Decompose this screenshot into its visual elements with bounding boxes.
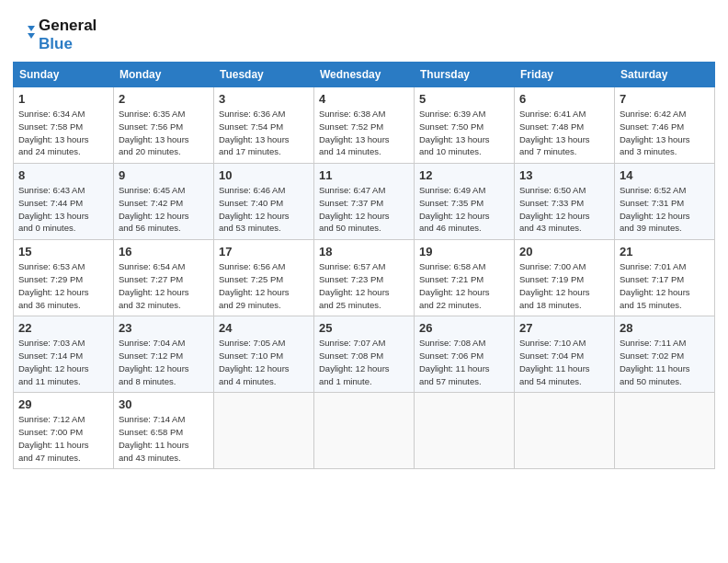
- day-info: Sunrise: 6:38 AM Sunset: 7:52 PM Dayligh…: [319, 108, 409, 158]
- calendar-cell: 20Sunrise: 7:00 AM Sunset: 7:19 PM Dayli…: [515, 240, 615, 316]
- day-number: 12: [419, 168, 509, 182]
- calendar-cell: 21Sunrise: 7:01 AM Sunset: 7:17 PM Dayli…: [615, 240, 715, 316]
- weekday-header-wednesday: Wednesday: [314, 63, 415, 87]
- day-info: Sunrise: 6:49 AM Sunset: 7:35 PM Dayligh…: [419, 184, 509, 235]
- day-number: 27: [519, 321, 609, 335]
- calendar-cell: 10Sunrise: 6:46 AM Sunset: 7:40 PM Dayli…: [214, 164, 314, 240]
- day-number: 26: [419, 321, 509, 335]
- weekday-header-sunday: Sunday: [14, 63, 114, 87]
- day-info: Sunrise: 6:57 AM Sunset: 7:23 PM Dayligh…: [319, 260, 409, 311]
- calendar-cell: 2Sunrise: 6:35 AM Sunset: 7:56 PM Daylig…: [114, 87, 214, 164]
- logo: General Blue: [18, 17, 97, 52]
- day-info: Sunrise: 7:10 AM Sunset: 7:04 PM Dayligh…: [519, 337, 609, 387]
- day-info: Sunrise: 6:35 AM Sunset: 7:56 PM Dayligh…: [119, 108, 209, 158]
- calendar-week-3: 15Sunrise: 6:53 AM Sunset: 7:29 PM Dayli…: [14, 240, 715, 316]
- calendar-cell: 7Sunrise: 6:42 AM Sunset: 7:46 PM Daylig…: [615, 87, 715, 164]
- weekday-header-monday: Monday: [114, 63, 214, 87]
- calendar-cell: 12Sunrise: 6:49 AM Sunset: 7:35 PM Dayli…: [415, 164, 515, 240]
- day-info: Sunrise: 7:01 AM Sunset: 7:17 PM Dayligh…: [620, 260, 710, 311]
- calendar-cell: 13Sunrise: 6:50 AM Sunset: 7:33 PM Dayli…: [515, 164, 615, 240]
- calendar-cell: 4Sunrise: 6:38 AM Sunset: 7:52 PM Daylig…: [314, 87, 415, 164]
- day-number: 29: [18, 397, 108, 411]
- day-number: 23: [119, 321, 209, 335]
- day-number: 15: [18, 245, 108, 259]
- day-number: 10: [219, 168, 309, 182]
- calendar-cell: 27Sunrise: 7:10 AM Sunset: 7:04 PM Dayli…: [515, 316, 615, 393]
- calendar-cell: 1Sunrise: 6:34 AM Sunset: 7:58 PM Daylig…: [14, 87, 114, 164]
- day-info: Sunrise: 7:07 AM Sunset: 7:08 PM Dayligh…: [319, 337, 409, 387]
- day-info: Sunrise: 6:58 AM Sunset: 7:21 PM Dayligh…: [419, 260, 509, 311]
- day-info: Sunrise: 6:43 AM Sunset: 7:44 PM Dayligh…: [18, 184, 108, 235]
- calendar-cell: 29Sunrise: 7:12 AM Sunset: 7:00 PM Dayli…: [14, 393, 114, 469]
- day-number: 11: [319, 168, 409, 182]
- day-number: 8: [18, 168, 108, 182]
- day-info: Sunrise: 7:04 AM Sunset: 7:12 PM Dayligh…: [119, 337, 209, 387]
- day-info: Sunrise: 7:11 AM Sunset: 7:02 PM Dayligh…: [620, 337, 710, 387]
- day-info: Sunrise: 6:46 AM Sunset: 7:40 PM Dayligh…: [219, 184, 309, 235]
- weekday-header-thursday: Thursday: [415, 63, 515, 87]
- calendar-cell: 6Sunrise: 6:41 AM Sunset: 7:48 PM Daylig…: [515, 87, 615, 164]
- calendar-cell: [615, 393, 715, 469]
- day-info: Sunrise: 7:08 AM Sunset: 7:06 PM Dayligh…: [419, 337, 509, 387]
- day-info: Sunrise: 6:54 AM Sunset: 7:27 PM Dayligh…: [119, 260, 209, 311]
- page-header: General Blue: [0, 0, 728, 62]
- day-number: 21: [620, 245, 710, 259]
- calendar-cell: [314, 393, 415, 469]
- calendar-cell: [515, 393, 615, 469]
- day-number: 20: [519, 245, 609, 259]
- day-number: 2: [119, 92, 209, 106]
- day-number: 17: [219, 245, 309, 259]
- calendar-cell: [214, 393, 314, 469]
- logo-container: General Blue: [18, 17, 97, 52]
- calendar-week-5: 29Sunrise: 7:12 AM Sunset: 7:00 PM Dayli…: [14, 393, 715, 469]
- day-number: 5: [419, 92, 509, 106]
- logo-bird-icon: [18, 22, 35, 48]
- day-info: Sunrise: 6:52 AM Sunset: 7:31 PM Dayligh…: [620, 184, 710, 235]
- calendar-cell: 28Sunrise: 7:11 AM Sunset: 7:02 PM Dayli…: [615, 316, 715, 393]
- logo-text: General Blue: [39, 17, 97, 52]
- day-info: Sunrise: 7:03 AM Sunset: 7:14 PM Dayligh…: [18, 337, 108, 387]
- day-info: Sunrise: 7:05 AM Sunset: 7:10 PM Dayligh…: [219, 337, 309, 387]
- day-number: 7: [620, 92, 710, 106]
- calendar-cell: 9Sunrise: 6:45 AM Sunset: 7:42 PM Daylig…: [114, 164, 214, 240]
- calendar-header-row: SundayMondayTuesdayWednesdayThursdayFrid…: [14, 63, 715, 87]
- svg-marker-1: [28, 33, 35, 39]
- day-number: 16: [119, 245, 209, 259]
- day-info: Sunrise: 6:39 AM Sunset: 7:50 PM Dayligh…: [419, 108, 509, 158]
- day-number: 13: [519, 168, 609, 182]
- day-number: 25: [319, 321, 409, 335]
- weekday-header-saturday: Saturday: [615, 63, 715, 87]
- calendar-cell: 19Sunrise: 6:58 AM Sunset: 7:21 PM Dayli…: [415, 240, 515, 316]
- day-info: Sunrise: 7:12 AM Sunset: 7:00 PM Dayligh…: [18, 413, 108, 464]
- day-info: Sunrise: 6:45 AM Sunset: 7:42 PM Dayligh…: [119, 184, 209, 235]
- day-info: Sunrise: 7:14 AM Sunset: 6:58 PM Dayligh…: [119, 413, 209, 464]
- day-info: Sunrise: 6:50 AM Sunset: 7:33 PM Dayligh…: [519, 184, 609, 235]
- calendar-week-2: 8Sunrise: 6:43 AM Sunset: 7:44 PM Daylig…: [14, 164, 715, 240]
- calendar-cell: 26Sunrise: 7:08 AM Sunset: 7:06 PM Dayli…: [415, 316, 515, 393]
- calendar-cell: 23Sunrise: 7:04 AM Sunset: 7:12 PM Dayli…: [114, 316, 214, 393]
- day-info: Sunrise: 6:34 AM Sunset: 7:58 PM Dayligh…: [18, 108, 108, 158]
- weekday-header-friday: Friday: [515, 63, 615, 87]
- calendar-cell: [415, 393, 515, 469]
- calendar-week-1: 1Sunrise: 6:34 AM Sunset: 7:58 PM Daylig…: [14, 87, 715, 164]
- day-number: 3: [219, 92, 309, 106]
- calendar-cell: 8Sunrise: 6:43 AM Sunset: 7:44 PM Daylig…: [14, 164, 114, 240]
- svg-marker-0: [28, 26, 35, 31]
- day-number: 1: [18, 92, 108, 106]
- day-info: Sunrise: 6:41 AM Sunset: 7:48 PM Dayligh…: [519, 108, 609, 158]
- day-info: Sunrise: 6:56 AM Sunset: 7:25 PM Dayligh…: [219, 260, 309, 311]
- day-number: 18: [319, 245, 409, 259]
- calendar-cell: 16Sunrise: 6:54 AM Sunset: 7:27 PM Dayli…: [114, 240, 214, 316]
- calendar-week-4: 22Sunrise: 7:03 AM Sunset: 7:14 PM Dayli…: [14, 316, 715, 393]
- calendar-body: 1Sunrise: 6:34 AM Sunset: 7:58 PM Daylig…: [14, 87, 715, 469]
- calendar-cell: 11Sunrise: 6:47 AM Sunset: 7:37 PM Dayli…: [314, 164, 415, 240]
- day-number: 14: [620, 168, 710, 182]
- day-number: 22: [18, 321, 108, 335]
- calendar-cell: 15Sunrise: 6:53 AM Sunset: 7:29 PM Dayli…: [14, 240, 114, 316]
- calendar-cell: 22Sunrise: 7:03 AM Sunset: 7:14 PM Dayli…: [14, 316, 114, 393]
- day-number: 6: [519, 92, 609, 106]
- calendar-cell: 17Sunrise: 6:56 AM Sunset: 7:25 PM Dayli…: [214, 240, 314, 316]
- day-number: 24: [219, 321, 309, 335]
- day-info: Sunrise: 7:00 AM Sunset: 7:19 PM Dayligh…: [519, 260, 609, 311]
- day-number: 19: [419, 245, 509, 259]
